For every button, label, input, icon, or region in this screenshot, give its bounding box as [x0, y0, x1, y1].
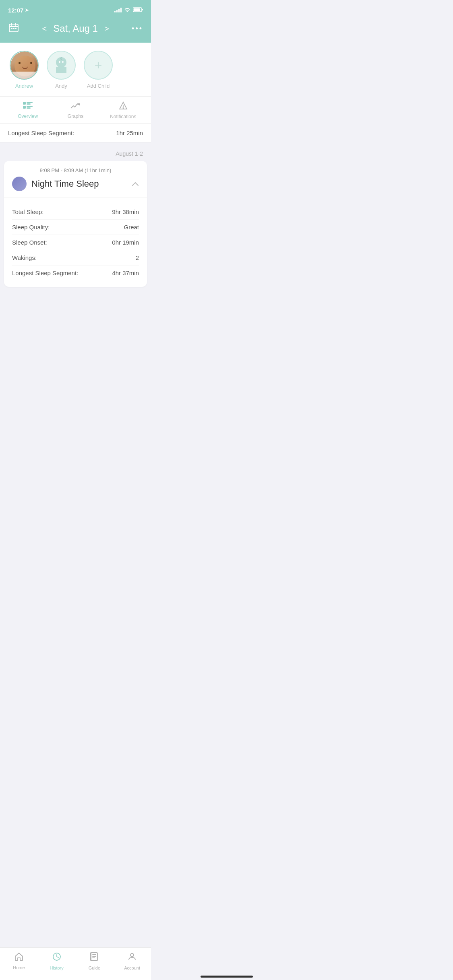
- next-date-button[interactable]: >: [104, 24, 109, 33]
- sleep-stat-row: Wakings: 2: [12, 250, 139, 266]
- svg-rect-2: [142, 9, 143, 10]
- child-item-andrew[interactable]: Andrew: [10, 51, 39, 89]
- tab-graphs-label: Graphs: [68, 113, 83, 119]
- stat-label-0: Total Sleep:: [12, 208, 43, 215]
- chevron-up-icon[interactable]: [132, 180, 139, 188]
- stat-label-4: Longest Sleep Segment:: [12, 270, 78, 276]
- svg-rect-14: [23, 102, 26, 105]
- svg-rect-17: [23, 106, 26, 109]
- svg-rect-7: [11, 28, 12, 29]
- svg-rect-9: [15, 28, 17, 29]
- add-child-label: Add Child: [87, 83, 110, 89]
- sleep-stat-row: Total Sleep: 9hr 38min: [12, 204, 139, 220]
- stat-label-3: Wakings:: [12, 254, 37, 261]
- stat-value-4: 4hr 37min: [112, 270, 139, 276]
- child-item-andy[interactable]: Andy: [47, 51, 76, 89]
- add-child-button[interactable]: + Add Child: [84, 51, 113, 89]
- summary-value: 1hr 25min: [116, 130, 143, 136]
- header-nav: < Sat, Aug 1 >: [42, 23, 109, 34]
- battery-icon: [133, 7, 143, 13]
- overview-icon: [23, 102, 33, 112]
- tab-notifications-label: Notifications: [110, 114, 136, 119]
- sleep-card-title: Night Time Sleep: [31, 179, 99, 189]
- svg-point-21: [123, 108, 124, 109]
- children-selector: Andrew Andy + Add Child: [0, 43, 151, 97]
- prev-date-button[interactable]: <: [42, 24, 47, 33]
- tab-overview-label: Overview: [18, 113, 38, 119]
- child-avatar-andrew: [10, 51, 39, 80]
- add-child-circle: +: [84, 51, 113, 80]
- svg-rect-15: [27, 102, 33, 103]
- status-icons: [114, 7, 143, 13]
- sleep-stat-row: Sleep Quality: Great: [12, 220, 139, 235]
- calendar-icon[interactable]: [8, 22, 19, 35]
- tab-notifications[interactable]: Notifications: [99, 97, 147, 124]
- header: < Sat, Aug 1 > •••: [0, 18, 151, 43]
- notifications-icon: [119, 101, 128, 112]
- svg-rect-16: [27, 103, 31, 105]
- sleep-card-header[interactable]: 9:08 PM - 8:09 AM (11hr 1min) Night Time…: [4, 161, 147, 198]
- sleep-time-range: 9:08 PM - 8:09 AM (11hr 1min): [12, 167, 139, 175]
- sleep-card: 9:08 PM - 8:09 AM (11hr 1min) Night Time…: [4, 161, 147, 287]
- status-bar: 12:07 ➤: [0, 0, 151, 18]
- wifi-icon: [124, 7, 130, 13]
- svg-rect-8: [13, 28, 14, 29]
- tabs-section: Overview Graphs Notifications: [0, 97, 151, 124]
- svg-point-13: [62, 61, 64, 63]
- sleep-stat-row: Sleep Onset: 0hr 19min: [12, 235, 139, 250]
- child-avatar-andy: [47, 51, 76, 80]
- sleep-stats: Total Sleep: 9hr 38min Sleep Quality: Gr…: [4, 198, 147, 287]
- tab-overview[interactable]: Overview: [4, 97, 52, 123]
- summary-label: Longest Sleep Segment:: [8, 130, 74, 136]
- svg-rect-1: [134, 8, 140, 11]
- date-range-label: August 1-2: [0, 150, 151, 161]
- more-options-button[interactable]: •••: [132, 25, 143, 33]
- header-date: Sat, Aug 1: [53, 23, 98, 34]
- svg-rect-19: [27, 107, 31, 109]
- content-area: Longest Sleep Segment: 1hr 25min August …: [0, 124, 151, 327]
- graphs-icon: [70, 102, 80, 112]
- status-time: 12:07 ➤: [8, 7, 29, 14]
- summary-row: Longest Sleep Segment: 1hr 25min: [0, 124, 151, 142]
- child-label-andy: Andy: [55, 83, 67, 89]
- stat-label-2: Sleep Onset:: [12, 239, 47, 246]
- baby-ghost-icon: [52, 56, 70, 74]
- moon-icon: [12, 177, 27, 191]
- svg-rect-18: [27, 106, 33, 107]
- stat-value-0: 9hr 38min: [112, 208, 139, 215]
- signal-bars-icon: [114, 8, 122, 12]
- svg-point-12: [59, 61, 60, 63]
- child-label-andrew: Andrew: [15, 83, 33, 89]
- stat-value-3: 2: [136, 254, 139, 261]
- stat-value-2: 0hr 19min: [112, 239, 139, 246]
- stat-label-1: Sleep Quality:: [12, 224, 50, 231]
- location-arrow-icon: ➤: [25, 8, 29, 13]
- stat-value-1: Great: [124, 224, 139, 231]
- sleep-stat-row: Longest Sleep Segment: 4hr 37min: [12, 266, 139, 280]
- tab-graphs[interactable]: Graphs: [52, 97, 99, 123]
